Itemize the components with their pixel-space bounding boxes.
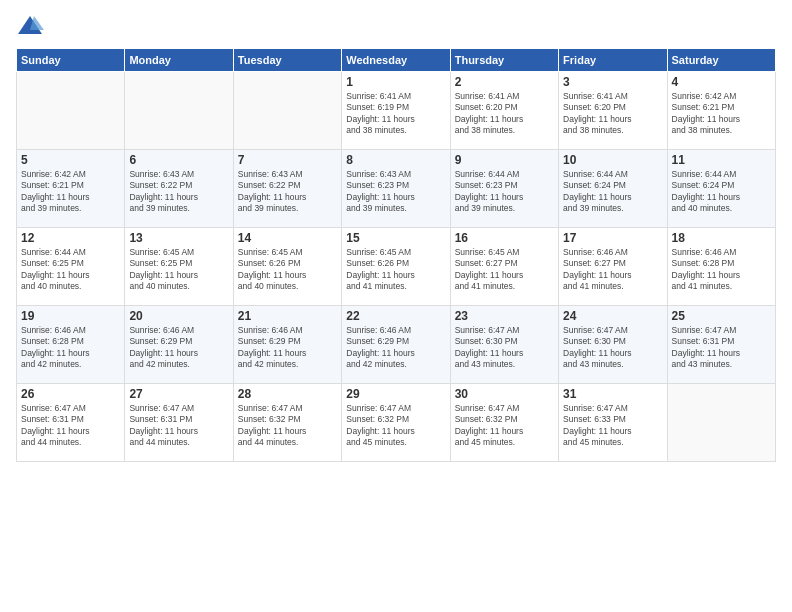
day-info: Sunrise: 6:47 AM Sunset: 6:30 PM Dayligh… [455,325,554,371]
week-row-3: 12Sunrise: 6:44 AM Sunset: 6:25 PM Dayli… [17,228,776,306]
day-number: 2 [455,75,554,89]
day-number: 4 [672,75,771,89]
day-number: 19 [21,309,120,323]
day-info: Sunrise: 6:47 AM Sunset: 6:31 PM Dayligh… [21,403,120,449]
col-header-wednesday: Wednesday [342,49,450,72]
day-number: 7 [238,153,337,167]
day-number: 21 [238,309,337,323]
day-cell [667,384,775,462]
day-cell: 1Sunrise: 6:41 AM Sunset: 6:19 PM Daylig… [342,72,450,150]
day-number: 17 [563,231,662,245]
day-number: 10 [563,153,662,167]
day-info: Sunrise: 6:45 AM Sunset: 6:27 PM Dayligh… [455,247,554,293]
day-number: 28 [238,387,337,401]
day-cell: 19Sunrise: 6:46 AM Sunset: 6:28 PM Dayli… [17,306,125,384]
day-number: 3 [563,75,662,89]
day-info: Sunrise: 6:47 AM Sunset: 6:32 PM Dayligh… [455,403,554,449]
day-info: Sunrise: 6:47 AM Sunset: 6:30 PM Dayligh… [563,325,662,371]
day-number: 11 [672,153,771,167]
day-number: 16 [455,231,554,245]
day-cell: 8Sunrise: 6:43 AM Sunset: 6:23 PM Daylig… [342,150,450,228]
week-row-1: 1Sunrise: 6:41 AM Sunset: 6:19 PM Daylig… [17,72,776,150]
col-header-sunday: Sunday [17,49,125,72]
day-cell: 12Sunrise: 6:44 AM Sunset: 6:25 PM Dayli… [17,228,125,306]
day-cell: 6Sunrise: 6:43 AM Sunset: 6:22 PM Daylig… [125,150,233,228]
day-number: 25 [672,309,771,323]
day-cell [125,72,233,150]
day-number: 12 [21,231,120,245]
day-cell: 2Sunrise: 6:41 AM Sunset: 6:20 PM Daylig… [450,72,558,150]
day-info: Sunrise: 6:42 AM Sunset: 6:21 PM Dayligh… [672,91,771,137]
day-info: Sunrise: 6:47 AM Sunset: 6:33 PM Dayligh… [563,403,662,449]
day-info: Sunrise: 6:45 AM Sunset: 6:25 PM Dayligh… [129,247,228,293]
day-info: Sunrise: 6:45 AM Sunset: 6:26 PM Dayligh… [238,247,337,293]
day-cell: 11Sunrise: 6:44 AM Sunset: 6:24 PM Dayli… [667,150,775,228]
day-cell: 14Sunrise: 6:45 AM Sunset: 6:26 PM Dayli… [233,228,341,306]
header [16,12,776,40]
day-number: 20 [129,309,228,323]
day-info: Sunrise: 6:46 AM Sunset: 6:28 PM Dayligh… [672,247,771,293]
day-cell: 17Sunrise: 6:46 AM Sunset: 6:27 PM Dayli… [559,228,667,306]
day-info: Sunrise: 6:44 AM Sunset: 6:23 PM Dayligh… [455,169,554,215]
col-header-saturday: Saturday [667,49,775,72]
day-number: 23 [455,309,554,323]
day-info: Sunrise: 6:41 AM Sunset: 6:19 PM Dayligh… [346,91,445,137]
day-number: 22 [346,309,445,323]
day-cell: 16Sunrise: 6:45 AM Sunset: 6:27 PM Dayli… [450,228,558,306]
day-cell: 20Sunrise: 6:46 AM Sunset: 6:29 PM Dayli… [125,306,233,384]
day-cell: 7Sunrise: 6:43 AM Sunset: 6:22 PM Daylig… [233,150,341,228]
day-info: Sunrise: 6:44 AM Sunset: 6:24 PM Dayligh… [563,169,662,215]
day-info: Sunrise: 6:47 AM Sunset: 6:31 PM Dayligh… [129,403,228,449]
day-info: Sunrise: 6:44 AM Sunset: 6:25 PM Dayligh… [21,247,120,293]
day-info: Sunrise: 6:46 AM Sunset: 6:27 PM Dayligh… [563,247,662,293]
day-info: Sunrise: 6:44 AM Sunset: 6:24 PM Dayligh… [672,169,771,215]
day-cell: 13Sunrise: 6:45 AM Sunset: 6:25 PM Dayli… [125,228,233,306]
day-number: 14 [238,231,337,245]
day-info: Sunrise: 6:43 AM Sunset: 6:23 PM Dayligh… [346,169,445,215]
day-cell [233,72,341,150]
week-row-2: 5Sunrise: 6:42 AM Sunset: 6:21 PM Daylig… [17,150,776,228]
day-cell: 29Sunrise: 6:47 AM Sunset: 6:32 PM Dayli… [342,384,450,462]
day-cell: 3Sunrise: 6:41 AM Sunset: 6:20 PM Daylig… [559,72,667,150]
day-info: Sunrise: 6:43 AM Sunset: 6:22 PM Dayligh… [129,169,228,215]
day-number: 31 [563,387,662,401]
day-info: Sunrise: 6:47 AM Sunset: 6:32 PM Dayligh… [238,403,337,449]
day-cell: 4Sunrise: 6:42 AM Sunset: 6:21 PM Daylig… [667,72,775,150]
day-cell [17,72,125,150]
col-header-monday: Monday [125,49,233,72]
day-number: 1 [346,75,445,89]
day-info: Sunrise: 6:47 AM Sunset: 6:31 PM Dayligh… [672,325,771,371]
day-number: 5 [21,153,120,167]
day-info: Sunrise: 6:46 AM Sunset: 6:29 PM Dayligh… [129,325,228,371]
day-cell: 25Sunrise: 6:47 AM Sunset: 6:31 PM Dayli… [667,306,775,384]
day-cell: 27Sunrise: 6:47 AM Sunset: 6:31 PM Dayli… [125,384,233,462]
day-info: Sunrise: 6:46 AM Sunset: 6:29 PM Dayligh… [346,325,445,371]
col-header-thursday: Thursday [450,49,558,72]
day-cell: 9Sunrise: 6:44 AM Sunset: 6:23 PM Daylig… [450,150,558,228]
day-number: 24 [563,309,662,323]
day-number: 30 [455,387,554,401]
day-cell: 26Sunrise: 6:47 AM Sunset: 6:31 PM Dayli… [17,384,125,462]
day-number: 15 [346,231,445,245]
logo [16,12,46,40]
day-cell: 28Sunrise: 6:47 AM Sunset: 6:32 PM Dayli… [233,384,341,462]
day-number: 6 [129,153,228,167]
day-number: 13 [129,231,228,245]
day-number: 9 [455,153,554,167]
day-number: 26 [21,387,120,401]
col-header-friday: Friday [559,49,667,72]
day-info: Sunrise: 6:43 AM Sunset: 6:22 PM Dayligh… [238,169,337,215]
day-number: 8 [346,153,445,167]
week-row-4: 19Sunrise: 6:46 AM Sunset: 6:28 PM Dayli… [17,306,776,384]
day-cell: 21Sunrise: 6:46 AM Sunset: 6:29 PM Dayli… [233,306,341,384]
day-cell: 5Sunrise: 6:42 AM Sunset: 6:21 PM Daylig… [17,150,125,228]
page: SundayMondayTuesdayWednesdayThursdayFrid… [0,0,792,612]
header-row: SundayMondayTuesdayWednesdayThursdayFrid… [17,49,776,72]
day-info: Sunrise: 6:46 AM Sunset: 6:28 PM Dayligh… [21,325,120,371]
day-info: Sunrise: 6:41 AM Sunset: 6:20 PM Dayligh… [563,91,662,137]
day-info: Sunrise: 6:47 AM Sunset: 6:32 PM Dayligh… [346,403,445,449]
day-number: 29 [346,387,445,401]
day-cell: 30Sunrise: 6:47 AM Sunset: 6:32 PM Dayli… [450,384,558,462]
day-info: Sunrise: 6:45 AM Sunset: 6:26 PM Dayligh… [346,247,445,293]
day-cell: 10Sunrise: 6:44 AM Sunset: 6:24 PM Dayli… [559,150,667,228]
